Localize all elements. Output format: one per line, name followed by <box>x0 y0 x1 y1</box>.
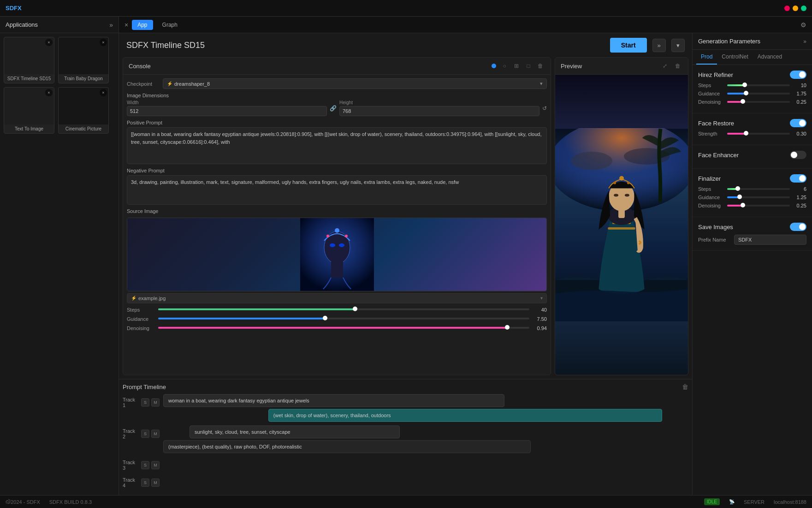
moon-button[interactable]: ☽ <box>0 495 17 508</box>
checkpoint-select[interactable]: ⚡ dreamshaper_8 ▾ <box>163 78 547 89</box>
sidebar-close-button[interactable]: » <box>109 21 113 29</box>
sidebar-item[interactable]: × Train Baby Dragon <box>58 37 109 83</box>
close-dot[interactable] <box>784 6 790 11</box>
finalizer-title: Finalizer <box>698 175 721 182</box>
svg-point-4 <box>339 243 344 247</box>
maximize-dot[interactable] <box>801 6 806 11</box>
track-1-s-button[interactable]: S <box>141 398 149 407</box>
sidebar-item[interactable]: × SDFX Timeline SD15 <box>4 37 54 83</box>
track-1-segment-1[interactable]: woman in a boat, wearing dark fantasy eg… <box>163 394 504 407</box>
sidebar-item-close-button[interactable]: × <box>100 89 107 96</box>
source-image-box <box>127 218 547 291</box>
hirez-refiner-section: Hirez Refiner Steps 10 <box>693 65 812 113</box>
svg-point-18 <box>614 194 618 196</box>
hirez-refiner-header: Hirez Refiner <box>698 71 806 79</box>
track-2-s-button[interactable]: S <box>141 430 149 438</box>
track-4-m-button[interactable]: M <box>151 478 160 487</box>
negative-prompt-input[interactable]: 3d, drawing, painting, illustration, mar… <box>127 175 547 205</box>
face-restore-strength-value: 0.30 <box>794 131 806 136</box>
track-4-s-button[interactable]: S <box>141 478 149 487</box>
cyber-face-svg <box>300 218 374 291</box>
preview-expand-button[interactable]: ⤢ <box>660 61 670 71</box>
build-text: SDFX BUILD 0.8.3 <box>49 499 92 505</box>
tab-controlnet[interactable]: ControlNet <box>717 50 753 65</box>
minimize-dot[interactable] <box>793 6 798 11</box>
hirez-guidance-slider[interactable] <box>727 93 790 95</box>
sidebar-item-label: Cinematic Picture <box>59 124 108 133</box>
panel-icon-grid[interactable]: ⊞ <box>512 61 521 71</box>
track-2-segment-1-text: sunlight, sky, cloud, tree, sunset, city… <box>195 429 290 435</box>
finalizer-steps-slider[interactable] <box>727 188 790 190</box>
sidebar-item-close-button[interactable]: × <box>100 39 107 46</box>
preview-title: Preview <box>561 63 582 70</box>
positive-prompt-section: Positive Prompt [[woman in a boat, weari… <box>127 120 547 164</box>
save-images-toggle[interactable] <box>790 223 806 231</box>
finalizer-denoising-slider[interactable] <box>727 205 790 207</box>
gen-params-chevron-button[interactable]: » <box>803 38 806 45</box>
track-2-segment-2[interactable]: (masterpiece), (best quality), raw photo… <box>163 440 531 453</box>
width-label: Width <box>127 100 327 105</box>
sidebar-item-label: SDFX Timeline SD15 <box>4 74 54 83</box>
panel-icon-copy[interactable]: □ <box>524 61 533 71</box>
more-button[interactable]: ▾ <box>671 39 685 52</box>
prefix-row: Prefix Name <box>698 235 806 245</box>
panel-trash-button[interactable]: 🗑 <box>536 61 545 71</box>
height-input[interactable] <box>339 106 539 116</box>
track-2-content: sunlight, sky, cloud, tree, sunset, city… <box>163 425 688 453</box>
preview-trash-button[interactable]: 🗑 <box>673 61 682 71</box>
sidebar-item[interactable]: × Cinematic Picture <box>58 87 109 134</box>
svg-point-10 <box>571 152 612 170</box>
hirez-steps-value: 10 <box>794 83 806 88</box>
refresh-button[interactable]: ↺ <box>542 105 547 112</box>
track-1-m-button[interactable]: M <box>151 398 160 407</box>
track-3-m-button[interactable]: M <box>151 461 160 469</box>
track-2-m-button[interactable]: M <box>151 430 160 438</box>
hirez-steps-slider[interactable] <box>727 84 790 86</box>
denoising-slider-track[interactable] <box>158 327 529 330</box>
guidance-slider-track[interactable] <box>158 318 529 320</box>
checkpoint-row: Checkpoint ⚡ dreamshaper_8 ▾ <box>127 78 547 89</box>
sidebar-item-close-button[interactable]: × <box>45 89 53 96</box>
svg-point-19 <box>625 194 629 196</box>
tab-advanced[interactable]: Advanced <box>753 50 787 65</box>
steps-label: Steps <box>127 307 154 313</box>
timeline-header: Prompt Timeline 🗑 <box>123 383 688 390</box>
finalizer-guidance-slider[interactable] <box>727 196 790 198</box>
track-3-s-button[interactable]: S <box>141 461 149 469</box>
positive-prompt-input[interactable]: [[woman in a boat, wearing dark fantasy … <box>127 127 547 164</box>
panel-icon-circle[interactable]: ○ <box>500 61 509 71</box>
track-2-segment-1[interactable]: sunlight, sky, cloud, tree, sunset, city… <box>190 425 400 438</box>
hirez-steps-label: Steps <box>698 83 723 88</box>
hirez-denoising-slider[interactable] <box>727 101 790 103</box>
face-restore-toggle[interactable] <box>790 119 806 127</box>
console-title: Console <box>129 63 151 70</box>
page-title: SDFX Timeline SD15 <box>126 41 205 50</box>
nav-close-button[interactable]: × <box>124 21 128 29</box>
track-1-segment-1-text: woman in a boat, wearing dark fantasy eg… <box>168 398 309 403</box>
expand-button[interactable]: » <box>652 39 666 52</box>
start-button[interactable]: Start <box>610 38 647 53</box>
width-input[interactable] <box>127 106 327 116</box>
negative-prompt-label: Negative Prompt <box>127 168 547 173</box>
steps-slider-row: Steps 40 <box>127 307 547 313</box>
nav-tab-app[interactable]: App <box>132 20 153 30</box>
nav-tab-graph[interactable]: Graph <box>157 20 183 30</box>
finalizer-toggle[interactable] <box>790 174 806 183</box>
width-wrap: Width <box>127 100 327 116</box>
server-label: SERVER <box>744 499 765 505</box>
timeline-trash-button[interactable]: 🗑 <box>682 383 688 390</box>
face-enhancer-toggle[interactable] <box>790 151 806 159</box>
track-2-row: Track 2 S M sunlight, sky, cloud, tree, … <box>123 425 688 453</box>
track-1-segment-2[interactable]: (wet skin, drop of water), scenery, thai… <box>268 409 662 422</box>
settings-button[interactable]: ⚙ <box>800 21 806 29</box>
steps-slider-track[interactable] <box>158 308 529 311</box>
tab-prod[interactable]: Prod <box>696 50 717 65</box>
face-restore-strength-slider[interactable] <box>727 133 790 135</box>
prefix-input[interactable] <box>734 235 806 245</box>
sidebar-item[interactable]: × Text To Image <box>4 87 54 134</box>
main-panel: SDFX Timeline SD15 Start » ▾ Console <box>119 33 692 508</box>
face-restore-strength-row: Strength 0.30 <box>698 131 806 136</box>
hirez-refiner-toggle[interactable] <box>790 71 806 79</box>
topbar: SDFX <box>0 0 812 17</box>
sidebar-item-close-button[interactable]: × <box>45 39 53 46</box>
